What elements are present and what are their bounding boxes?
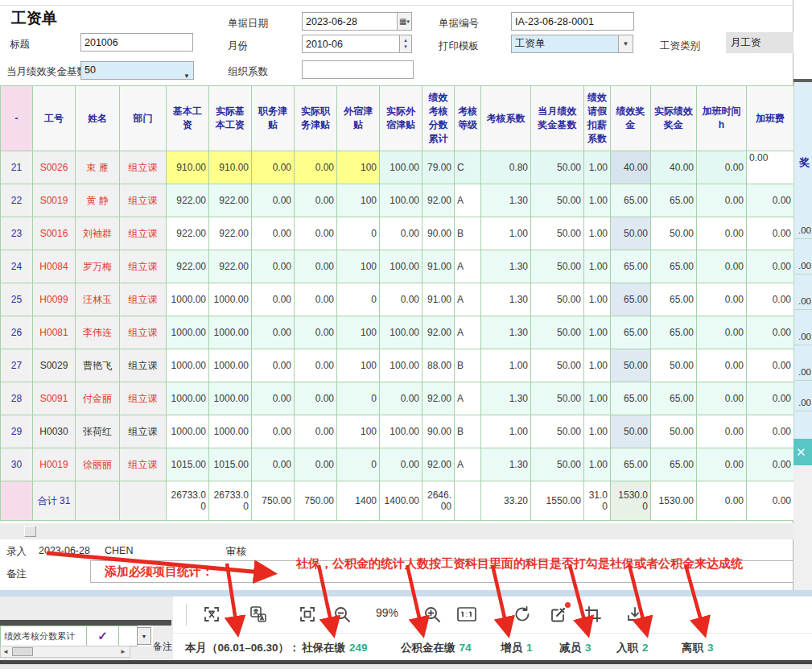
actual-size-button[interactable]	[454, 601, 480, 627]
save-button[interactable]	[622, 601, 648, 627]
table-cell[interactable]: 1.30	[481, 283, 531, 316]
table-cell[interactable]: 0.00	[697, 316, 747, 349]
table-cell[interactable]: 1.00	[481, 349, 531, 382]
table-cell[interactable]: 65.00	[611, 382, 651, 415]
table-cell[interactable]: 100	[337, 316, 380, 349]
table-cell[interactable]: B	[455, 415, 481, 448]
table-cell[interactable]: A	[455, 184, 481, 217]
table-cell[interactable]: H0099	[33, 283, 76, 316]
table-cell[interactable]: 0.00	[697, 382, 747, 415]
table-cell[interactable]: 50.00	[531, 349, 584, 382]
table-cell[interactable]: 26733.00	[167, 481, 209, 521]
table-cell[interactable]	[1, 481, 33, 521]
table-cell[interactable]: 0.00	[747, 448, 794, 481]
table-cell[interactable]: B	[455, 217, 481, 250]
scroll-left-icon[interactable]: ◄	[2, 648, 9, 655]
table-cell[interactable]: 1.00	[584, 382, 611, 415]
table-cell[interactable]: 92.00	[422, 382, 455, 415]
table-cell[interactable]: 100.00	[380, 415, 422, 448]
rotate-button[interactable]	[509, 601, 535, 627]
bonus-base-combo[interactable]: 50 ▼	[80, 61, 194, 80]
table-cell[interactable]: 50.00	[531, 448, 584, 481]
table-cell[interactable]: 0.00	[380, 283, 422, 316]
ocr-button[interactable]	[199, 601, 225, 627]
print-template-combo[interactable]: 工资单	[511, 35, 619, 53]
table-cell[interactable]: 0.00	[697, 151, 747, 184]
table-cell[interactable]: 1000.00	[209, 349, 252, 382]
table-cell[interactable]: 0.80	[481, 151, 531, 184]
table-cell[interactable]: 100.00	[380, 349, 422, 382]
table-cell[interactable]: 0.00	[697, 481, 747, 521]
table-cell[interactable]: 92.00	[422, 184, 455, 217]
table-cell[interactable]: 90.00	[422, 415, 455, 448]
table-cell[interactable]: 28	[1, 382, 33, 415]
table-cell[interactable]: A	[455, 448, 481, 481]
table-cell[interactable]: 0	[337, 382, 380, 415]
table-cell[interactable]: 1.00	[584, 250, 611, 283]
table-cell[interactable]: 0.00	[747, 415, 794, 448]
table-cell[interactable]: 0.00	[747, 382, 794, 415]
table-cell[interactable]: 0.00	[380, 448, 422, 481]
org-factor-input[interactable]	[302, 60, 414, 79]
table-cell[interactable]: 组立课	[120, 283, 167, 316]
table-cell[interactable]: 1.00	[584, 184, 611, 217]
month-spinner[interactable]: ▲▼	[399, 35, 412, 53]
table-cell[interactable]: 100	[337, 349, 380, 382]
table-cell[interactable]: 100.00	[380, 250, 422, 283]
doc-no-input[interactable]	[511, 12, 634, 31]
table-cell[interactable]: 0.00	[380, 217, 422, 250]
column-header[interactable]: 考核系数	[481, 86, 531, 151]
table-cell[interactable]: A	[455, 283, 481, 316]
calendar-picker-button[interactable]: ▦▾	[397, 12, 412, 31]
table-cell[interactable]: 1000.00	[167, 316, 209, 349]
table-cell[interactable]: 100.00	[380, 184, 422, 217]
month-input[interactable]	[302, 35, 400, 53]
table-cell[interactable]: 50.00	[651, 217, 697, 250]
table-cell[interactable]: 1.30	[481, 448, 531, 481]
table-cell[interactable]: 张荷红	[76, 415, 120, 448]
table-cell[interactable]: 1.00	[584, 151, 611, 184]
table-cell[interactable]: 0.00	[747, 349, 794, 382]
table-cell[interactable]: 0.00	[252, 316, 295, 349]
table-cell[interactable]: 0.00	[295, 382, 337, 415]
table-cell[interactable]: 1015.00	[209, 448, 252, 481]
table-cell[interactable]: 1550.00	[531, 481, 584, 521]
table-cell[interactable]: 0.00	[252, 184, 295, 217]
table-cell[interactable]: 0	[337, 448, 380, 481]
table-cell[interactable]: 65.00	[651, 184, 697, 217]
table-cell[interactable]: 组立课	[120, 184, 167, 217]
horizontal-scrollbar[interactable]: ◄ ►	[0, 646, 130, 658]
table-cell[interactable]: S0029	[33, 349, 76, 382]
grid-corner-button[interactable]	[24, 526, 36, 537]
table-cell[interactable]: 88.00	[422, 349, 455, 382]
table-cell[interactable]: 910.00	[167, 151, 209, 184]
table-cell[interactable]: H0081	[33, 316, 76, 349]
table-cell[interactable]: 27	[1, 349, 33, 382]
column-header[interactable]: 外宿津贴	[337, 86, 380, 151]
title-input[interactable]	[80, 33, 193, 52]
table-cell[interactable]: 0.00	[747, 283, 794, 316]
column-header[interactable]: 实际职务津贴	[295, 86, 337, 151]
table-cell[interactable]: 750.00	[295, 481, 337, 521]
table-cell[interactable]: 2646.00	[422, 481, 455, 521]
table-cell[interactable]: 0.00	[252, 349, 295, 382]
table-cell[interactable]: 0.00	[747, 151, 794, 184]
table-cell[interactable]: 922.00	[209, 217, 252, 250]
table-cell[interactable]: 1000.00	[167, 382, 209, 415]
table-cell[interactable]: 100.00	[380, 316, 422, 349]
table-cell[interactable]: 50.00	[531, 382, 584, 415]
table-cell[interactable]: 0.00	[295, 217, 337, 250]
table-cell[interactable]: 0.00	[295, 151, 337, 184]
close-button[interactable]: ✕	[793, 439, 812, 465]
table-cell[interactable]: 组立课	[120, 448, 167, 481]
fit-screen-button[interactable]	[295, 601, 320, 627]
table-cell[interactable]: 922.00	[209, 184, 252, 217]
table-cell[interactable]: 0.00	[747, 481, 794, 521]
table-row[interactable]: 21S0026束 雁组立课910.00910.000.000.00100100.…	[1, 151, 794, 184]
table-cell[interactable]: 1000.00	[209, 415, 252, 448]
table-cell[interactable]: 65.00	[651, 316, 697, 349]
column-header[interactable]: 姓名	[76, 86, 120, 151]
table-cell[interactable]: 50.00	[611, 415, 651, 448]
table-cell[interactable]: 付金丽	[76, 382, 120, 415]
table-cell[interactable]: 黄 静	[76, 184, 120, 217]
